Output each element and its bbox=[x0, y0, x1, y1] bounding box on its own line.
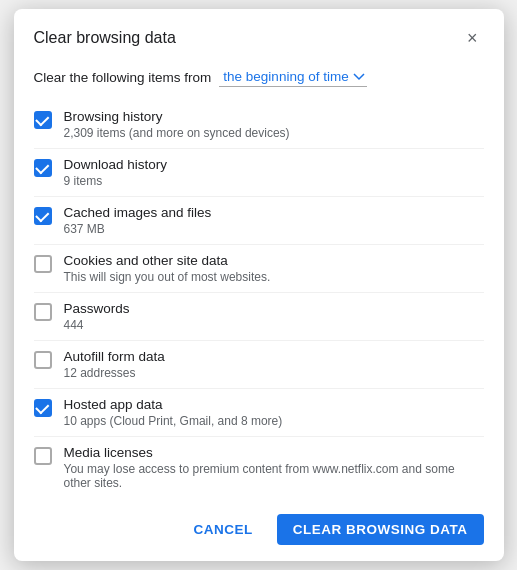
close-button[interactable]: × bbox=[461, 27, 484, 49]
list-item: Passwords444 bbox=[34, 292, 484, 340]
browsing-history-checkbox[interactable] bbox=[34, 111, 52, 129]
passwords-checkbox[interactable] bbox=[34, 303, 52, 321]
hosted-app-checkbox[interactable] bbox=[34, 399, 52, 417]
list-item: Autofill form data12 addresses bbox=[34, 340, 484, 388]
dialog-title: Clear browsing data bbox=[34, 29, 176, 47]
checkbox-wrap[interactable] bbox=[34, 207, 52, 225]
item-label: Passwords bbox=[64, 301, 484, 316]
checkbox-wrap[interactable] bbox=[34, 111, 52, 129]
item-desc: 2,309 items (and more on synced devices) bbox=[64, 126, 484, 140]
checkbox-wrap[interactable] bbox=[34, 447, 52, 465]
item-desc: 9 items bbox=[64, 174, 484, 188]
item-content: Passwords444 bbox=[64, 301, 484, 332]
media-licenses-checkbox[interactable] bbox=[34, 447, 52, 465]
item-content: Download history9 items bbox=[64, 157, 484, 188]
item-desc: This will sign you out of most websites. bbox=[64, 270, 484, 284]
item-content: Browsing history2,309 items (and more on… bbox=[64, 109, 484, 140]
checkbox-wrap[interactable] bbox=[34, 255, 52, 273]
autofill-checkbox[interactable] bbox=[34, 351, 52, 369]
item-desc: 10 apps (Cloud Print, Gmail, and 8 more) bbox=[64, 414, 484, 428]
item-label: Hosted app data bbox=[64, 397, 484, 412]
item-desc: You may lose access to premium content f… bbox=[64, 462, 484, 490]
item-content: Autofill form data12 addresses bbox=[64, 349, 484, 380]
item-content: Cookies and other site dataThis will sig… bbox=[64, 253, 484, 284]
item-content: Media licensesYou may lose access to pre… bbox=[64, 445, 484, 490]
dialog-body: Clear the following items from the begin… bbox=[14, 59, 504, 498]
list-item: Download history9 items bbox=[34, 148, 484, 196]
checkbox-wrap[interactable] bbox=[34, 303, 52, 321]
dialog-header: Clear browsing data × bbox=[14, 9, 504, 59]
item-desc: 12 addresses bbox=[64, 366, 484, 380]
item-label: Browsing history bbox=[64, 109, 484, 124]
list-item: Cookies and other site dataThis will sig… bbox=[34, 244, 484, 292]
checkbox-wrap[interactable] bbox=[34, 351, 52, 369]
download-history-checkbox[interactable] bbox=[34, 159, 52, 177]
item-label: Autofill form data bbox=[64, 349, 484, 364]
time-range-row: Clear the following items from the begin… bbox=[34, 67, 484, 87]
item-content: Cached images and files637 MB bbox=[64, 205, 484, 236]
item-label: Download history bbox=[64, 157, 484, 172]
time-range-label: Clear the following items from bbox=[34, 70, 212, 85]
checkbox-wrap[interactable] bbox=[34, 159, 52, 177]
dialog-footer: CANCEL CLEAR BROWSING DATA bbox=[14, 498, 504, 561]
item-label: Cookies and other site data bbox=[64, 253, 484, 268]
item-desc: 444 bbox=[64, 318, 484, 332]
item-desc: 637 MB bbox=[64, 222, 484, 236]
item-label: Media licenses bbox=[64, 445, 484, 460]
cancel-button[interactable]: CANCEL bbox=[178, 514, 269, 545]
list-item: Browsing history2,309 items (and more on… bbox=[34, 101, 484, 148]
items-list: Browsing history2,309 items (and more on… bbox=[34, 101, 484, 498]
list-item: Cached images and files637 MB bbox=[34, 196, 484, 244]
checkbox-wrap[interactable] bbox=[34, 399, 52, 417]
list-item: Media licensesYou may lose access to pre… bbox=[34, 436, 484, 498]
clear-browsing-data-button[interactable]: CLEAR BROWSING DATA bbox=[277, 514, 484, 545]
item-label: Cached images and files bbox=[64, 205, 484, 220]
cached-images-checkbox[interactable] bbox=[34, 207, 52, 225]
item-content: Hosted app data10 apps (Cloud Print, Gma… bbox=[64, 397, 484, 428]
time-range-select[interactable]: the beginning of timethe past hourthe pa… bbox=[219, 67, 367, 87]
cookies-checkbox[interactable] bbox=[34, 255, 52, 273]
clear-browsing-data-dialog: Clear browsing data × Clear the followin… bbox=[14, 9, 504, 561]
list-item: Hosted app data10 apps (Cloud Print, Gma… bbox=[34, 388, 484, 436]
